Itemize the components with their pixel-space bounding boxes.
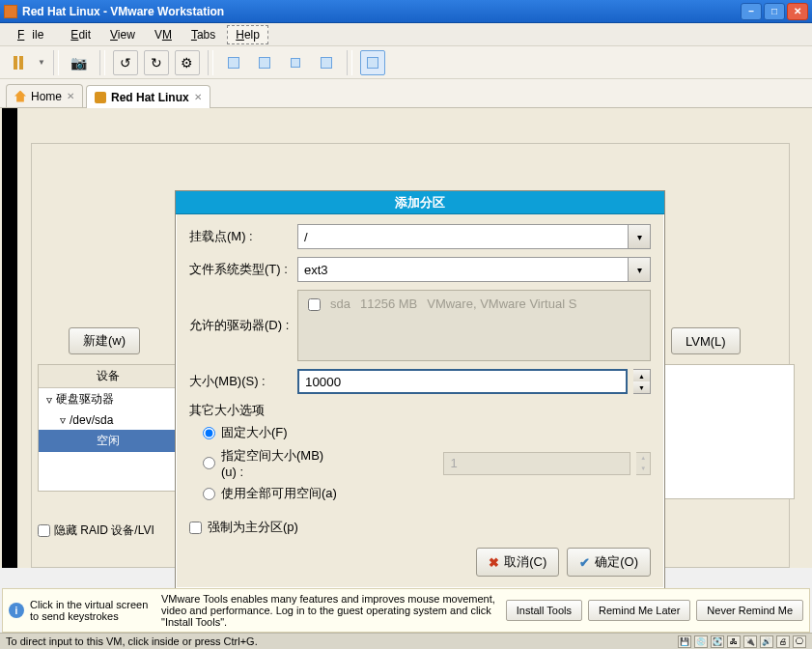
tab-home-label: Home	[31, 90, 62, 103]
menu-help[interactable]: Help	[227, 25, 268, 44]
allowable-drives-label: 允许的驱动器(D) :	[189, 317, 292, 334]
click-message: Click in the virtual screen to send keys…	[30, 599, 155, 622]
remind-later-button[interactable]: Remind Me Later	[588, 600, 690, 621]
fs-type-dropdown-icon[interactable]: ▾	[628, 257, 651, 282]
allowable-drives-list[interactable]: sda 11256 MB VMware, VMware Virtual S	[297, 290, 651, 361]
snapshot-button[interactable]: 📷	[67, 50, 92, 75]
tree-drive-root[interactable]: ▿ 硬盘驱动器	[39, 388, 177, 410]
install-tools-button[interactable]: Install Tools	[506, 600, 582, 621]
drive-dev: sda	[330, 296, 350, 311]
ok-icon: ✔	[579, 555, 590, 570]
status-icon-net[interactable]: 🖧	[727, 635, 741, 648]
vmware-tools-bar: i Click in the virtual screen to send ke…	[2, 588, 810, 633]
size-input[interactable]	[297, 369, 628, 394]
window-title: Red Hat Linux - VMware Workstation	[22, 5, 224, 18]
status-icon-printer[interactable]: 🖨	[776, 635, 790, 648]
toolbar-divider	[53, 50, 59, 75]
minimize-button[interactable]: –	[741, 3, 762, 20]
status-text: To direct input to this VM, click inside…	[6, 635, 258, 647]
never-remind-button[interactable]: Never Remind Me	[696, 600, 803, 621]
pause-dropdown-icon[interactable]: ▼	[38, 58, 45, 67]
force-primary-checkbox[interactable]: 强制为主分区(p)	[189, 513, 651, 540]
status-icon-hdd[interactable]: 💾	[678, 635, 691, 648]
toolbar-divider	[347, 50, 352, 75]
hide-raid-checkbox[interactable]: 隐藏 RAID 设备/LVI	[38, 522, 154, 539]
guest-panel: 新建(w) LVM(L) 设备 ▿ 硬盘驱动器 ▿ /dev/sda 空闲 隐藏…	[31, 143, 790, 568]
app-icon	[4, 5, 17, 18]
mount-point-field[interactable]: /	[297, 224, 628, 249]
vmtools-description: VMware Tools enables many features and i…	[161, 593, 500, 628]
menu-bar: File Edit View VM Tabs Help	[0, 23, 812, 46]
toolbar-divider	[208, 50, 213, 75]
menu-vm[interactable]: VM	[147, 26, 180, 43]
tab-vm-label: Red Hat Linux	[111, 91, 189, 104]
cancel-icon: ✖	[489, 555, 499, 570]
option-fill-all[interactable]: 使用全部可用空间(a)	[189, 482, 651, 505]
info-icon: i	[9, 603, 24, 618]
view-button-1[interactable]	[221, 50, 246, 75]
status-bar: To direct input to this VM, click inside…	[0, 633, 812, 649]
view-button-2[interactable]	[252, 50, 277, 75]
window-titlebar: Red Hat Linux - VMware Workstation – □ ✕	[0, 0, 812, 23]
toolbar-divider	[99, 50, 105, 75]
vm-display-area[interactable]: 新建(w) LVM(L) 设备 ▿ 硬盘驱动器 ▿ /dev/sda 空闲 隐藏…	[0, 108, 812, 568]
pause-button[interactable]	[6, 50, 31, 75]
partition-detail-panel	[659, 364, 795, 499]
tab-home[interactable]: Home ✕	[6, 84, 83, 107]
toolbar: ▼ 📷 ↺ ↻ ⚙	[0, 46, 812, 79]
tab-vm[interactable]: Red Hat Linux ✕	[86, 85, 210, 108]
mount-point-label: 挂载点(M) :	[189, 228, 292, 245]
status-icon-usb[interactable]: 🔌	[743, 635, 757, 648]
tree-free-space[interactable]: 空闲	[39, 430, 177, 452]
maximize-button[interactable]: □	[764, 3, 785, 20]
drive-model: VMware, VMware Virtual S	[427, 296, 576, 311]
mount-point-dropdown-icon[interactable]: ▾	[628, 224, 651, 249]
tab-vm-close-icon[interactable]: ✕	[194, 92, 202, 102]
force-primary-input[interactable]	[189, 522, 202, 534]
add-partition-dialog: 添加分区 挂载点(M) : / ▾ 文件系统类型(T) : ext3 ▾	[175, 190, 665, 589]
tree-drive-dev[interactable]: ▿ /dev/sda	[39, 410, 177, 430]
dialog-title: 添加分区	[176, 191, 664, 214]
status-icon-floppy[interactable]: 💽	[711, 635, 724, 648]
status-device-icons: 💾 💿 💽 🖧 🔌 🔊 🖨 🖵	[678, 635, 806, 648]
fs-type-label: 文件系统类型(T) :	[189, 261, 292, 278]
size-spinner[interactable]: ▲▼	[633, 369, 651, 394]
close-button[interactable]: ✕	[787, 3, 808, 20]
device-tree: 设备 ▿ 硬盘驱动器 ▿ /dev/sda 空闲	[38, 364, 178, 492]
ok-button[interactable]: ✔ 确定(O)	[567, 548, 651, 577]
status-icon-cd[interactable]: 💿	[694, 635, 708, 648]
vm-icon	[95, 92, 106, 103]
radio-fill-all[interactable]	[203, 488, 215, 500]
additional-size-options-label: 其它大小选项	[189, 402, 651, 421]
lvm-button[interactable]: LVM(L)	[671, 327, 741, 354]
unity-button[interactable]	[314, 50, 339, 75]
status-icon-display[interactable]: 🖵	[793, 635, 806, 648]
menu-edit[interactable]: Edit	[63, 26, 98, 43]
radio-fill-to[interactable]	[203, 457, 215, 469]
home-icon	[14, 91, 26, 102]
new-partition-button[interactable]: 新建(w)	[69, 327, 140, 354]
option-fixed-size[interactable]: 固定大小(F)	[189, 421, 651, 444]
fill-to-spinner: ▲▼	[636, 452, 651, 475]
tab-home-close-icon[interactable]: ✕	[67, 91, 74, 101]
hide-raid-input[interactable]	[38, 524, 50, 537]
tab-strip: Home ✕ Red Hat Linux ✕	[0, 79, 812, 108]
manage-button[interactable]: ⚙	[175, 50, 200, 75]
option-fill-to[interactable]: 指定空间大小(MB)(u) : 1 ▲▼	[189, 444, 651, 482]
cancel-button[interactable]: ✖ 取消(C)	[476, 548, 559, 577]
fullscreen-button[interactable]	[360, 50, 385, 75]
drive-checkbox-sda[interactable]	[308, 298, 321, 311]
radio-fixed-size[interactable]	[203, 427, 215, 439]
vm-black-border	[2, 108, 17, 568]
snapshot-manager-button[interactable]: ↻	[144, 50, 169, 75]
window-controls: – □ ✕	[741, 3, 808, 20]
status-icon-sound[interactable]: 🔊	[760, 635, 773, 648]
revert-button[interactable]: ↺	[113, 50, 138, 75]
menu-tabs[interactable]: Tabs	[183, 26, 223, 43]
menu-view[interactable]: View	[102, 26, 143, 43]
menu-file[interactable]: File	[10, 26, 59, 43]
fill-to-value: 1	[443, 452, 630, 475]
size-label: 大小(MB)(S) :	[189, 373, 292, 390]
fs-type-field[interactable]: ext3	[297, 257, 628, 282]
view-button-3[interactable]	[283, 50, 308, 75]
